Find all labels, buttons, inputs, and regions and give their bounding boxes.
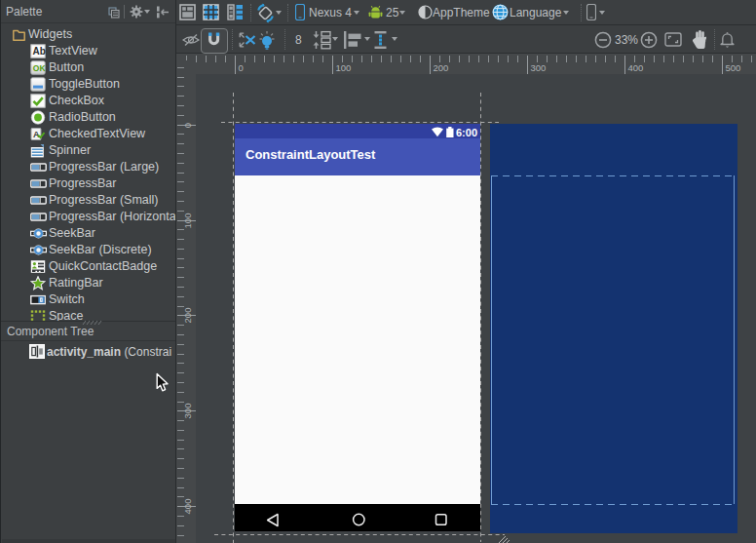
svg-text:A: A xyxy=(33,130,40,139)
svg-text:Ab: Ab xyxy=(33,46,46,57)
svg-text:OK: OK xyxy=(33,63,46,73)
